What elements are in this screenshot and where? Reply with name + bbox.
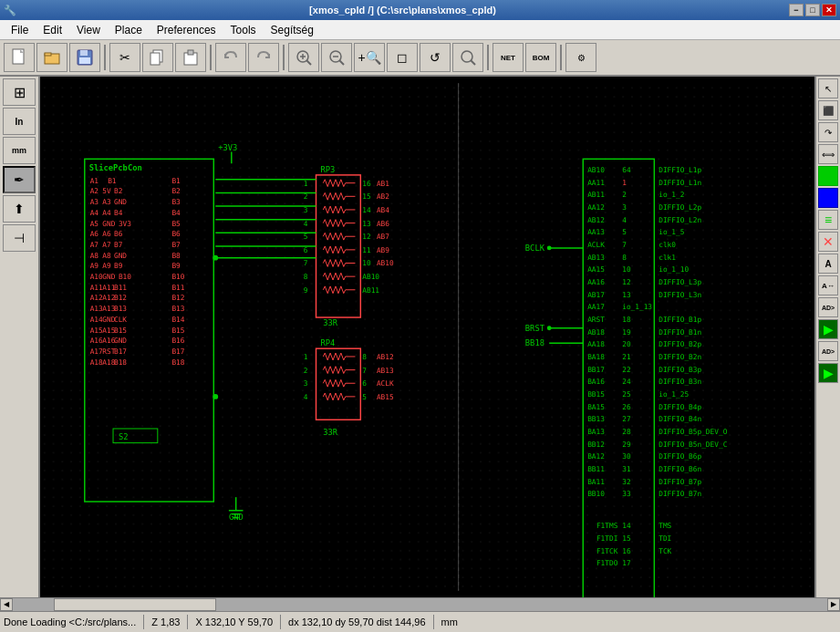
- svg-text:AB15: AB15: [377, 393, 394, 401]
- menu-file[interactable]: File: [4, 22, 36, 38]
- svg-text:io_1_10: io_1_10: [659, 265, 689, 274]
- extra-button[interactable]: ⚙: [565, 43, 596, 72]
- close-button[interactable]: ✕: [822, 4, 836, 16]
- svg-text:1: 1: [622, 179, 627, 187]
- scroll-track[interactable]: [13, 598, 827, 611]
- svg-text:B9: B9: [171, 262, 181, 270]
- rt-label2[interactable]: A↔: [818, 275, 838, 295]
- open-button[interactable]: [36, 43, 67, 72]
- copy-button[interactable]: [142, 43, 173, 72]
- rt-arrow[interactable]: ↖: [818, 78, 838, 98]
- scroll-right-button[interactable]: ▶: [827, 598, 840, 611]
- svg-text:4: 4: [304, 220, 308, 228]
- rt-line3[interactable]: ≡: [818, 210, 838, 230]
- minimize-button[interactable]: −: [789, 4, 804, 16]
- svg-line-15: [339, 60, 344, 65]
- svg-text:29: 29: [622, 440, 631, 449]
- svg-text:DIFFIO_B1p: DIFFIO_B1p: [659, 316, 701, 324]
- svg-point-105: [213, 394, 218, 399]
- svg-text:A7: A7: [102, 241, 111, 249]
- in-out-tool[interactable]: In: [3, 108, 36, 135]
- svg-text:BA12: BA12: [587, 452, 605, 461]
- svg-text:AB6: AB6: [377, 220, 389, 228]
- titlebar: 🔧 [xmos_cpld /] (C:\src\plans\xmos_cpld)…: [0, 0, 840, 20]
- rt-line1[interactable]: [818, 166, 838, 186]
- bom-button[interactable]: BOM: [525, 43, 556, 72]
- schematic-canvas[interactable]: SlicePcbCon +3V3 A1 B1 A2 5V B2 A3 A3 GN…: [40, 77, 814, 597]
- zoom-out-button[interactable]: [321, 43, 352, 72]
- cut-button[interactable]: ✂: [109, 43, 140, 72]
- svg-text:DIFFIO_B3p: DIFFIO_B3p: [659, 366, 701, 374]
- svg-text:1: 1: [304, 353, 308, 361]
- save-button[interactable]: [69, 43, 100, 72]
- zoom-in-button[interactable]: +🔍: [354, 43, 385, 72]
- svg-text:10: 10: [622, 265, 631, 274]
- svg-text:9: 9: [304, 286, 308, 295]
- svg-text:AB18: AB18: [587, 328, 605, 337]
- maximize-button[interactable]: □: [805, 4, 820, 16]
- rt-line2[interactable]: [818, 188, 838, 208]
- wire-tool[interactable]: ✒: [3, 166, 36, 193]
- svg-text:16: 16: [622, 547, 631, 555]
- svg-text:25: 25: [622, 390, 631, 399]
- rt-rotate[interactable]: ↷: [818, 122, 838, 142]
- svg-text:B12: B12: [114, 294, 127, 302]
- menu-view[interactable]: View: [69, 22, 108, 38]
- search-button[interactable]: [452, 43, 483, 72]
- rt-run[interactable]: ▶: [818, 319, 838, 339]
- svg-text:33R: 33R: [323, 318, 338, 327]
- svg-rect-4: [80, 50, 88, 56]
- rt-label[interactable]: A: [818, 254, 838, 274]
- redo-button[interactable]: [248, 43, 279, 72]
- rt-ad1[interactable]: AD>: [818, 297, 838, 317]
- zoom-area-button[interactable]: [288, 43, 319, 72]
- paste-button[interactable]: [175, 43, 206, 72]
- scroll-thumb[interactable]: [54, 598, 217, 611]
- rt-run2[interactable]: ▶: [818, 363, 838, 383]
- svg-text:7: 7: [622, 241, 627, 249]
- netlist-button[interactable]: NET: [493, 43, 524, 72]
- menu-help[interactable]: Segítség: [264, 22, 321, 38]
- rt-cross[interactable]: ✕: [818, 232, 838, 252]
- svg-text:2: 2: [622, 191, 627, 199]
- svg-text:B6: B6: [114, 230, 123, 238]
- svg-text:BA11: BA11: [587, 478, 605, 486]
- svg-text:A16: A16: [90, 337, 103, 345]
- svg-text:3V3: 3V3: [119, 220, 131, 228]
- bus-tool[interactable]: ⬆: [3, 195, 36, 223]
- toolbar-sep-4: [487, 45, 489, 70]
- undo-button[interactable]: [215, 43, 246, 72]
- menu-preferences[interactable]: Preferences: [150, 22, 223, 38]
- svg-text:B1: B1: [171, 177, 181, 185]
- scroll-left-button[interactable]: ◀: [0, 598, 13, 611]
- svg-text:F1TMS: F1TMS: [596, 522, 618, 530]
- rt-select[interactable]: ⬛: [818, 100, 838, 120]
- svg-text:DIFFIO_B2p: DIFFIO_B2p: [659, 340, 701, 348]
- svg-text:TDI: TDI: [659, 534, 671, 543]
- menu-place[interactable]: Place: [108, 22, 150, 38]
- svg-text:AB13: AB13: [377, 367, 394, 375]
- svg-text:27: 27: [622, 415, 631, 423]
- mm-tool[interactable]: mm: [3, 137, 36, 164]
- refresh-button[interactable]: ↺: [420, 43, 451, 72]
- svg-text:8: 8: [304, 273, 308, 281]
- select-tool[interactable]: ⊞: [3, 78, 36, 106]
- svg-text:20: 20: [622, 340, 631, 348]
- pin-tool[interactable]: ⊣: [3, 224, 36, 252]
- svg-text:B13: B13: [114, 305, 127, 313]
- svg-text:B6: B6: [171, 230, 181, 238]
- svg-text:BB11: BB11: [587, 465, 605, 473]
- svg-text:DIFFIO_B7n: DIFFIO_B7n: [659, 490, 701, 498]
- svg-text:8: 8: [622, 254, 627, 262]
- svg-text:AB2: AB2: [377, 192, 389, 201]
- rt-ad2[interactable]: AD>: [818, 341, 838, 361]
- new-button[interactable]: [4, 43, 35, 72]
- menu-tools[interactable]: Tools: [223, 22, 264, 38]
- svg-text:GND: GND: [114, 198, 127, 206]
- zoom-fit-button[interactable]: ◻: [387, 43, 418, 72]
- svg-text:B16: B16: [171, 337, 184, 345]
- menu-edit[interactable]: Edit: [36, 22, 69, 38]
- rt-mirror[interactable]: ⟺: [818, 144, 838, 164]
- svg-text:AB10: AB10: [377, 259, 394, 267]
- svg-text:A9: A9: [90, 262, 99, 270]
